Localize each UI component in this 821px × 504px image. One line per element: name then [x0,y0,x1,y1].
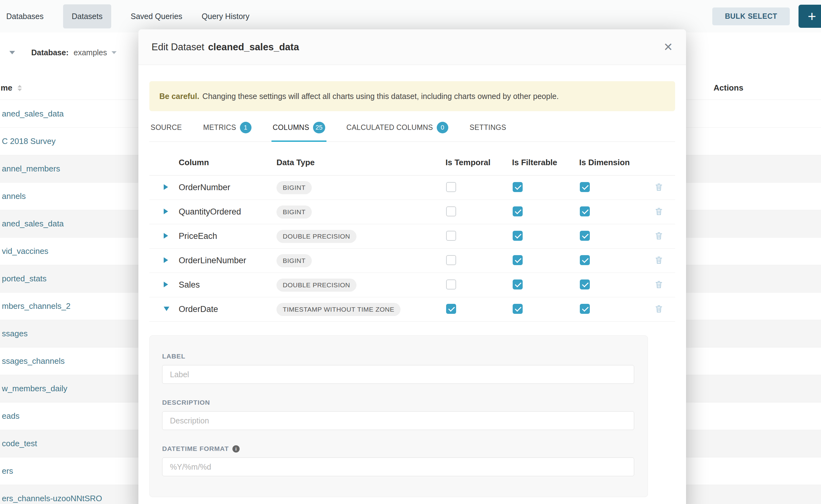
warning-bold-text: Be careful. [159,92,199,101]
is-temporal-checkbox[interactable] [446,304,456,314]
tab-calculated-columns[interactable]: CALCULATED COLUMNS 0 [345,122,450,141]
modal-body: Be careful. Changing these settings will… [138,81,686,497]
is-filterable-checkbox[interactable] [513,304,523,314]
column-name: QuantityOrdered [179,207,276,217]
tab-columns[interactable]: COLUMNS 25 [271,122,326,141]
is-dimension-checkbox[interactable] [580,279,590,289]
label-input[interactable] [162,365,634,384]
edit-dataset-modal: Edit Dataset cleaned_sales_data ✕ Be car… [138,29,686,504]
nav-tab-query-history[interactable]: Query History [202,12,250,21]
delete-column-icon[interactable] [655,256,663,264]
datetime-format-input[interactable] [162,457,634,476]
nav-actions: BULK SELECT + [712,0,821,32]
label-field-label: LABEL [162,353,635,360]
expand-caret-icon[interactable] [164,282,168,287]
dataset-link[interactable]: vid_vaccines [2,246,48,256]
collapse-caret-icon[interactable] [164,307,169,311]
warning-banner: Be careful. Changing these settings will… [149,81,675,111]
is-temporal-checkbox[interactable] [446,279,456,289]
is-filterable-checkbox[interactable] [513,231,523,241]
is-filterable-checkbox[interactable] [513,255,523,265]
dataset-link[interactable]: ers_channels-uzooNNtSRO [2,494,102,503]
is-temporal-checkbox[interactable] [446,182,456,192]
dataset-link[interactable]: annels [2,191,26,201]
dataset-link[interactable]: aned_sales_data [2,109,64,119]
expand-caret-icon[interactable] [164,233,168,239]
modal-tabs: SOURCE METRICS 1 COLUMNS 25 CALCULATED C… [149,111,675,142]
data-type-pill: DOUBLE PRECISION [276,279,356,292]
is-dimension-checkbox[interactable] [580,206,590,216]
bulk-select-button[interactable]: BULK SELECT [712,7,790,25]
is-dimension-checkbox[interactable] [580,182,590,192]
tab-metrics[interactable]: METRICS 1 [202,122,253,141]
name-column-header: me [1,83,12,93]
is-filterable-checkbox[interactable] [513,182,523,192]
dataset-link[interactable]: w_members_daily [2,384,67,393]
data-type-pill: BIGINT [276,205,312,219]
column-name: OrderDate [179,304,276,314]
column-name: OrderNumber [179,183,276,192]
nav-tab-databases[interactable]: Databases [6,12,44,21]
data-type-pill: BIGINT [276,181,312,194]
description-field-group: DESCRIPTION [162,399,635,430]
tab-source[interactable]: SOURCE [149,122,183,141]
dataset-filter-bar: Database: examples [0,40,116,65]
dataset-link[interactable]: ported_stats [2,274,47,284]
datetime-format-field-label: DATETIME FORMAT [162,445,635,452]
column-row: PriceEach DOUBLE PRECISION [149,224,675,249]
database-filter-value[interactable]: examples [74,48,107,57]
dataset-link[interactable]: ssages [2,329,27,338]
dataset-link[interactable]: eads [2,411,19,421]
is-filterable-checkbox[interactable] [513,279,523,289]
columns-table-header: Column Data Type Is Temporal Is Filterab… [149,150,675,175]
database-filter-label: Database: [31,48,69,57]
is-filterable-checkbox[interactable] [513,206,523,216]
data-type-pill: DOUBLE PRECISION [276,230,356,243]
expand-caret-icon[interactable] [164,184,168,190]
tab-settings[interactable]: SETTINGS [468,122,507,141]
dataset-link[interactable]: annel_members [2,164,60,174]
modal-header: Edit Dataset cleaned_sales_data ✕ [138,29,686,65]
expand-caret-icon[interactable] [164,209,168,214]
is-temporal-checkbox[interactable] [446,255,456,265]
tab-columns-label: COLUMNS [273,123,309,132]
expand-caret-icon[interactable] [164,257,168,263]
close-icon[interactable]: ✕ [664,42,673,53]
description-input[interactable] [162,411,634,430]
delete-column-icon[interactable] [655,183,663,191]
tab-settings-label: SETTINGS [470,123,506,132]
delete-column-icon[interactable] [655,280,663,289]
is-dimension-checkbox[interactable] [580,304,590,314]
modal-title-dataset-name: cleaned_sales_data [208,42,299,53]
delete-column-icon[interactable] [655,231,663,240]
dataset-link[interactable]: ers [2,466,13,476]
database-dropdown-caret-icon[interactable] [111,51,116,54]
column-name: OrderLineNumber [179,256,276,265]
dataset-link[interactable]: mbers_channels_2 [2,301,71,311]
is-dimension-checkbox[interactable] [580,255,590,265]
column-row-expanded: OrderDate TIMESTAMP WITHOUT TIME ZONE [149,297,675,322]
is-temporal-checkbox[interactable] [446,206,456,216]
tab-calculated-label: CALCULATED COLUMNS [346,123,433,132]
collapse-chevron-icon[interactable] [9,51,15,54]
dataset-link[interactable]: aned_sales_data [2,219,64,229]
is-dimension-checkbox[interactable] [580,231,590,241]
dataset-link[interactable]: ssages_channels [2,356,65,366]
add-dataset-button[interactable]: + [799,5,821,28]
nav-tab-saved-queries[interactable]: Saved Queries [131,12,182,21]
is-temporal-checkbox[interactable] [446,231,456,241]
dataset-link[interactable]: code_test [2,439,37,448]
nav-tab-datasets[interactable]: Datasets [63,4,111,28]
sort-icon[interactable] [17,85,22,91]
delete-column-icon[interactable] [655,304,663,313]
header-is-filterable: Is Filterable [512,158,579,167]
delete-column-icon[interactable] [655,207,663,216]
column-name: Sales [179,280,276,290]
dataset-link[interactable]: C 2018 Survey [2,136,56,146]
nav-tabs: Databases Datasets Saved Queries Query H… [6,4,249,28]
column-name: PriceEach [179,231,276,241]
tab-metrics-label: METRICS [203,123,236,132]
column-row: Sales DOUBLE PRECISION [149,273,675,297]
info-icon[interactable] [232,445,240,452]
metrics-count-badge: 1 [240,122,251,133]
